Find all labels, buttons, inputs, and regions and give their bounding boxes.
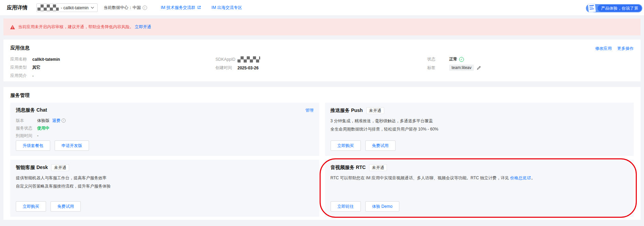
- pricing-overview-link[interactable]: 价格总览: [510, 176, 526, 180]
- service-management-card: 服务管理 消息服务 Chat 管理 版本 体验版 退费 i 服务状态 使用中: [3, 87, 641, 220]
- alert-message: 当前应用未开启内容审核，建议开通，帮助业务降低内容风险。: [18, 24, 134, 30]
- warning-triangle-icon: [10, 25, 15, 30]
- desk-trial-button[interactable]: 免费试用: [51, 201, 81, 212]
- push-service-card: 推送服务 Push 未开通 3 分钟集成，精准推送，毫秒级触达，多通道多平台覆盖…: [325, 103, 634, 156]
- chat-title: 消息服务 Chat: [16, 107, 47, 113]
- app-info-col-right: 状态 正常 ✓ 标签 team:liteav: [427, 56, 481, 73]
- chat-expire-row: 到期时间 -: [16, 133, 314, 138]
- desk-card-header: 智能客服 Desk 未开通: [16, 164, 314, 171]
- desk-desc-line1: 提供智能机器人与客服工作台，提高客户服务效率: [16, 176, 314, 181]
- sdkappid-row: SDKAppID: [215, 56, 260, 63]
- rtc-go-button[interactable]: 立即前往: [331, 201, 361, 212]
- status-value: 正常: [449, 56, 457, 62]
- chat-expire-label: 到期时间: [16, 133, 37, 139]
- chat-card-header: 消息服务 Chat 管理: [16, 107, 314, 113]
- info-icon[interactable]: i: [143, 5, 147, 10]
- masked-app-id-block: [37, 4, 59, 11]
- top-bar: 应用详情 - callkit-tatemin 当前数据中心：中国 i IM 技术…: [0, 0, 644, 16]
- rtc-title: 音视频服务 RTC: [331, 165, 366, 171]
- more-actions-link[interactable]: 更多操作: [617, 46, 634, 52]
- service-grid: 消息服务 Chat 管理 版本 体验版 退费 i 服务状态 使用中 到期时间 -: [10, 103, 634, 217]
- rtc-button-row: 立即前往 体验 Demo: [331, 201, 629, 212]
- app-type-row: 应用类型 其它: [10, 65, 60, 70]
- app-name-row: 应用名称 callkit-tatemin: [10, 56, 60, 62]
- rtc-demo-button[interactable]: 体验 Demo: [365, 201, 399, 212]
- app-type-value: 其它: [32, 65, 41, 70]
- chevron-down-icon: [91, 7, 94, 9]
- enable-now-link[interactable]: 立即开通: [135, 24, 151, 30]
- survey-doc-icon: [587, 3, 596, 14]
- service-management-title: 服务管理: [10, 92, 30, 99]
- push-trial-button[interactable]: 免费试用: [365, 140, 396, 151]
- chat-status-label: 服务状态: [16, 125, 37, 131]
- status-row: 状态 正常 ✓: [427, 56, 481, 62]
- apply-dev-version-button[interactable]: 申请开发版: [55, 140, 89, 151]
- app-info-col-left: 应用名称 callkit-tatemin 应用类型 其它 应用简介 -: [10, 56, 60, 81]
- chat-status-value: 使用中: [37, 125, 49, 131]
- desk-title: 智能客服 Desk: [16, 165, 48, 171]
- rtc-desc-suffix: 。: [531, 176, 535, 180]
- edit-tag-pencil-icon[interactable]: [477, 66, 481, 70]
- feedback-button[interactable]: 产品体验，你说了算: [586, 4, 642, 12]
- chat-version-label: 版本: [16, 118, 37, 124]
- chat-version-value: 体验版: [37, 118, 49, 124]
- status-check-icon: ✓: [459, 57, 464, 62]
- app-intro-label: 应用简介: [10, 73, 32, 79]
- created-value: 2025-03-26: [237, 66, 258, 70]
- app-info-actions: 修改应用 更多操作: [595, 46, 634, 52]
- chat-refund-link[interactable]: 退费: [52, 118, 60, 124]
- desk-desc-line2: 自定义问答策略及客服接待流程，提升客户服务体验: [16, 184, 314, 189]
- push-status-badge: 未开通: [366, 107, 384, 114]
- push-card-header: 推送服务 Push 未开通: [331, 107, 629, 114]
- app-name-value: callkit-tatemin: [32, 57, 60, 62]
- content-audit-alert: 当前应用未开启内容审核，建议开通，帮助业务降低内容风险。 立即开通: [3, 19, 641, 35]
- app-selector-dropdown[interactable]: - callkit-tatemin: [36, 3, 98, 12]
- push-desc-line2: 全生命周期数据统计与排查，轻松提升用户留存 10% - 60%: [331, 127, 629, 132]
- tag-label: 标签: [427, 65, 449, 71]
- sdkappid-label: SDKAppID: [215, 57, 237, 62]
- app-type-label: 应用类型: [10, 65, 32, 70]
- rtc-desc-prefix: RTC 可以帮助您在 IM 应用中实现音视频通话、多人语聊、视频会议等功能。RT…: [331, 176, 510, 180]
- modify-app-link[interactable]: 修改应用: [595, 46, 612, 52]
- pricing-external-link-icon[interactable]: [527, 176, 531, 181]
- desk-button-row: 立即购买 免费试用: [16, 201, 314, 212]
- chat-expire-value: -: [37, 133, 38, 138]
- desk-buy-button[interactable]: 立即购买: [16, 201, 46, 212]
- status-label: 状态: [427, 56, 449, 62]
- rtc-desc: RTC 可以帮助您在 IM 应用中实现音视频通话、多人语聊、视频会议等功能。RT…: [331, 176, 629, 181]
- tag-badge: team:liteav: [449, 65, 474, 71]
- rtc-card-header: 音视频服务 RTC 未开通: [331, 164, 629, 171]
- datacenter-label: 当前数据中心：中国 i: [104, 5, 147, 11]
- chat-version-row: 版本 体验版 退费 i: [16, 118, 314, 123]
- rtc-status-badge: 未开通: [369, 164, 387, 171]
- feedback-button-label: 产品体验，你说了算: [598, 5, 642, 12]
- app-info-col-middle: SDKAppID 创建时间 2025-03-26: [215, 56, 260, 73]
- chat-manage-link[interactable]: 管理: [306, 108, 314, 113]
- im-overseas-link[interactable]: IM 出海交流专区: [211, 5, 242, 11]
- app-intro-row: 应用简介 -: [10, 73, 60, 79]
- chat-button-row: 升级套餐包 申请开发版: [16, 140, 314, 151]
- desk-status-badge: 未开通: [51, 164, 69, 171]
- page-title: 应用详情: [7, 4, 27, 11]
- external-link-icon: [197, 5, 201, 10]
- app-detail-page: 应用详情 - callkit-tatemin 当前数据中心：中国 i IM 技术…: [0, 0, 644, 226]
- push-button-row: 立即购买 免费试用: [331, 140, 629, 151]
- app-info-card: 应用信息 修改应用 更多操作 应用名称 callkit-tatemin 应用类型…: [3, 39, 641, 81]
- im-overseas-link-label: IM 出海交流专区: [211, 5, 242, 11]
- im-community-link-label: IM 技术服务交流群: [161, 5, 196, 11]
- app-name-label: 应用名称: [10, 56, 32, 62]
- upgrade-package-button[interactable]: 升级套餐包: [16, 140, 50, 151]
- created-row: 创建时间 2025-03-26: [215, 65, 260, 71]
- push-buy-button[interactable]: 立即购买: [331, 140, 361, 151]
- chat-service-card: 消息服务 Chat 管理 版本 体验版 退费 i 服务状态 使用中 到期时间 -: [10, 103, 319, 156]
- desk-service-card: 智能客服 Desk 未开通 提供智能机器人与客服工作台，提高客户服务效率 自定义…: [10, 160, 319, 217]
- im-community-link[interactable]: IM 技术服务交流群: [161, 5, 201, 11]
- masked-sdkappid-block: [237, 56, 260, 63]
- app-info-title: 应用信息: [10, 45, 30, 51]
- app-selector-label: - callkit-tatemin: [61, 5, 89, 10]
- datacenter-text: 当前数据中心：中国: [104, 5, 141, 11]
- tag-row: 标签 team:liteav: [427, 65, 481, 71]
- rtc-service-card: 音视频服务 RTC 未开通 RTC 可以帮助您在 IM 应用中实现音视频通话、多…: [325, 160, 634, 217]
- refund-info-icon[interactable]: i: [62, 118, 66, 123]
- push-title: 推送服务 Push: [331, 108, 363, 114]
